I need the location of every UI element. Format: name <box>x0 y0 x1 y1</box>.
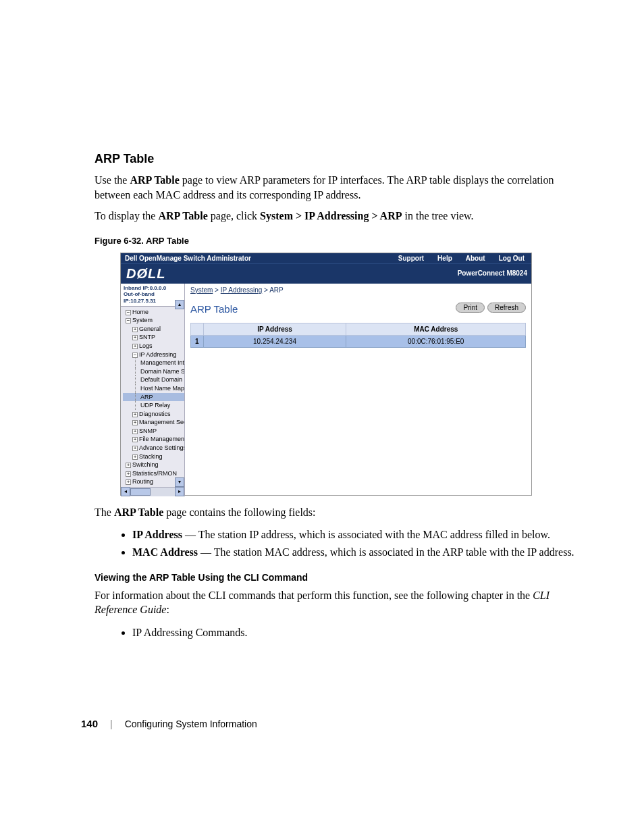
tree-label: Switching <box>132 461 159 468</box>
collapse-icon[interactable]: − <box>126 310 131 315</box>
expand-icon[interactable]: + <box>132 420 138 425</box>
text: page, click <box>208 210 260 221</box>
expand-icon[interactable]: + <box>132 344 138 349</box>
breadcrumb-sep: > <box>262 286 269 294</box>
cell-ip: 10.254.24.234 <box>203 335 346 347</box>
cli-paragraph: For information about the CLI commands t… <box>95 588 576 617</box>
tree-label: Advance Settings <box>139 444 184 451</box>
breadcrumb-ip-addressing[interactable]: IP Addressing <box>221 286 263 294</box>
expand-icon[interactable]: + <box>132 412 138 417</box>
tree-adv-settings[interactable]: +Advance Settings <box>123 444 184 452</box>
tree-sntp[interactable]: +SNTP <box>123 333 184 342</box>
field-desc: — The station IP address, which is assoc… <box>182 529 550 540</box>
nav-path: System > IP Addressing > ARP <box>260 210 402 221</box>
tree-arp[interactable]: ARP <box>123 393 184 402</box>
cell-index: 1 <box>191 335 204 347</box>
field-list: IP Address — The station IP address, whi… <box>132 526 576 561</box>
list-item: IP Address — The station IP address, whi… <box>132 526 576 544</box>
logout-link[interactable]: Log Out <box>492 255 531 262</box>
field-desc: — The station MAC address, which is asso… <box>198 546 574 558</box>
oob-ip: Out-of-band IP:10.27.5.31 <box>124 291 182 304</box>
footer-separator: | <box>110 719 113 729</box>
product-name: PowerConnect M8024 <box>458 269 527 277</box>
expand-icon[interactable]: + <box>132 446 138 451</box>
expand-icon[interactable]: + <box>126 471 131 477</box>
scrollbar-thumb[interactable] <box>130 488 151 496</box>
tree-stacking[interactable]: +Stacking <box>123 452 184 461</box>
scroll-right-icon[interactable]: ▸ <box>175 487 184 496</box>
nav-sidebar: Inband IP:0.0.0.0 Out-of-band IP:10.27.5… <box>121 284 185 496</box>
tree-label: IP Addressing <box>139 351 176 358</box>
scroll-up-icon[interactable]: ▴ <box>175 300 184 309</box>
expand-icon[interactable]: + <box>132 437 138 442</box>
expand-icon[interactable]: + <box>132 454 138 460</box>
page-number: 140 <box>81 718 98 729</box>
tree-mgmt-security[interactable]: +Management Securi <box>123 418 184 427</box>
cli-list: IP Addressing Commands. <box>132 624 576 642</box>
tree-snmp[interactable]: +SNMP <box>123 427 184 436</box>
cell-mac: 00:0C:76:01:95:E0 <box>346 335 526 347</box>
chapter-title: Configuring System Information <box>125 719 257 729</box>
tree-diagnostics[interactable]: +Diagnostics <box>123 410 184 419</box>
tree-dns[interactable]: Domain Name S <box>123 367 184 376</box>
brand-bar: DØLL PowerConnect M8024 <box>121 263 531 284</box>
refresh-button[interactable]: Refresh <box>487 303 526 313</box>
tree-label: Home <box>132 309 149 315</box>
help-link[interactable]: Help <box>431 255 459 262</box>
cli-subheading: Viewing the ARP Table Using the CLI Comm… <box>95 572 576 583</box>
text: For information about the CLI commands t… <box>95 590 533 601</box>
tree-mgmt-interface[interactable]: Management Inte <box>123 359 184 367</box>
expand-icon[interactable]: + <box>132 327 138 332</box>
about-link[interactable]: About <box>459 255 492 262</box>
field-name: IP Address <box>132 529 182 540</box>
expand-icon[interactable]: + <box>126 479 131 485</box>
tree-switching[interactable]: +Switching <box>123 461 184 469</box>
field-name: MAC Address <box>132 546 198 558</box>
expand-icon[interactable]: + <box>132 335 138 340</box>
figure-caption: Figure 6-32. ARP Table <box>95 236 576 246</box>
col-header-ip: IP Address <box>203 323 346 335</box>
list-item: IP Addressing Commands. <box>132 624 576 642</box>
nav-tree: −Home −System +General +SNTP +Logs −IP A… <box>121 307 184 495</box>
tree-ip-addressing[interactable]: −IP Addressing <box>123 350 184 359</box>
tree-host-mapping[interactable]: Host Name Mapp <box>123 384 184 393</box>
term: ARP Table <box>130 174 179 186</box>
tree-label: Statistics/RMON <box>132 470 177 477</box>
collapse-icon[interactable]: − <box>126 318 131 323</box>
app-title: Dell OpenManage Switch Administrator <box>121 255 392 262</box>
col-header-mac: MAC Address <box>346 323 526 335</box>
tree-udp-relay[interactable]: UDP Relay <box>123 401 184 410</box>
tree-logs[interactable]: +Logs <box>123 342 184 350</box>
collapse-icon[interactable]: − <box>132 353 138 358</box>
tree-label: Diagnostics <box>139 411 171 417</box>
text: To display the <box>95 210 158 221</box>
term: ARP Table <box>158 210 207 221</box>
intro-paragraph-2: To display the ARP Table page, click Sys… <box>95 209 576 224</box>
tree-default-domain[interactable]: Default Domain N <box>123 375 184 384</box>
breadcrumb-sep: > <box>213 286 220 294</box>
tree-label: File Management <box>139 436 184 442</box>
tree-file-mgmt[interactable]: +File Management <box>123 435 184 444</box>
tree-label: Management Securi <box>139 419 184 425</box>
list-item: MAC Address — The station MAC address, w… <box>132 544 576 561</box>
intro-paragraph-1: Use the ARP Table page to view ARP param… <box>95 173 576 202</box>
breadcrumb-system[interactable]: System <box>190 286 213 294</box>
expand-icon[interactable]: + <box>126 463 131 468</box>
inband-ip: Inband IP:0.0.0.0 <box>124 285 182 292</box>
tree-system[interactable]: −System <box>123 316 184 325</box>
text: : <box>166 604 169 615</box>
expand-icon[interactable]: + <box>132 429 138 434</box>
tree-general[interactable]: +General <box>123 325 184 334</box>
fields-intro: The ARP Table page contains the followin… <box>95 505 576 520</box>
content-panel: System > IP Addressing > ARP ARP Table P… <box>185 284 531 496</box>
app-screenshot: Dell OpenManage Switch Administrator Sup… <box>120 253 532 496</box>
tree-label: Logs <box>139 342 153 349</box>
support-link[interactable]: Support <box>392 255 431 262</box>
breadcrumb-arp: ARP <box>269 286 284 294</box>
print-button[interactable]: Print <box>456 303 485 313</box>
title-bar: Dell OpenManage Switch Administrator Sup… <box>121 253 531 263</box>
scroll-left-icon[interactable]: ◂ <box>121 487 130 496</box>
tree-label: Routing <box>132 478 153 485</box>
scroll-down-icon[interactable]: ▾ <box>175 477 184 487</box>
tree-statistics[interactable]: +Statistics/RMON <box>123 469 184 478</box>
